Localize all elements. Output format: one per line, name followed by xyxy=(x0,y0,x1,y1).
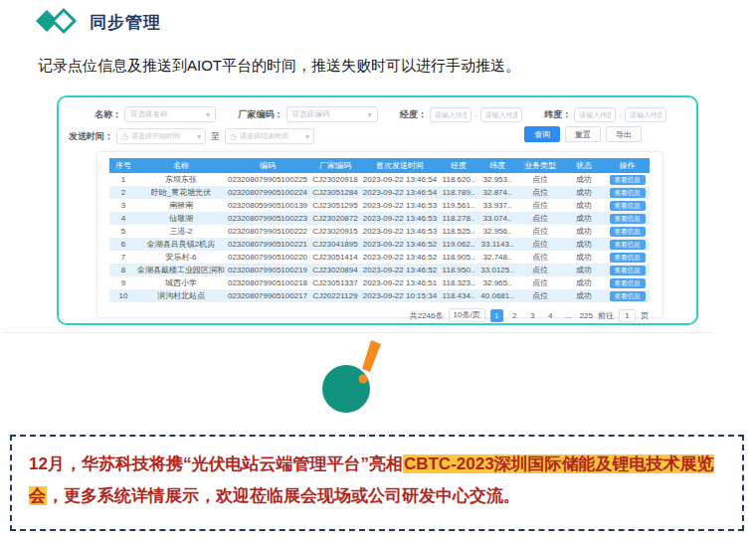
cell: 33.0125.. xyxy=(477,264,517,276)
reset-button[interactable]: 重置 xyxy=(565,126,601,142)
cell: 023208079905100218 xyxy=(225,276,310,289)
cell: 40.0681.. xyxy=(477,289,517,302)
cell: 023208079905100217 xyxy=(225,289,310,302)
column-header: 序号 xyxy=(109,158,137,173)
goto-page-input[interactable] xyxy=(619,309,636,322)
view-info-button[interactable]: 查看信息 xyxy=(610,227,646,237)
cell: 023208079905100223 xyxy=(225,212,310,225)
cell: 成功 xyxy=(563,199,605,212)
start-time-picker[interactable]: ◷ 请选择开始时间 ▾ xyxy=(116,128,206,144)
longitude-from-input[interactable] xyxy=(430,107,472,122)
chevron-down-icon: ▾ xyxy=(368,110,372,119)
cell: 2023-09-22 13:46:52 xyxy=(360,238,440,251)
cell: 118.950.. xyxy=(440,264,477,276)
view-info-button[interactable]: 查看信息 xyxy=(610,188,646,198)
cell: 32.956.. xyxy=(477,225,517,238)
filter-buttons: 查询 重置 导出 xyxy=(524,126,642,142)
chevron-down-icon: ▾ xyxy=(197,132,201,141)
end-time-picker[interactable]: ◷ 请选择结束时间 ▾ xyxy=(225,128,314,144)
view-info-button[interactable]: 查看信息 xyxy=(610,240,646,250)
column-header: 名称 xyxy=(137,158,225,173)
table-row: 2 盱眙_黄花塘光伏 023208079905100224 CJ23051284… xyxy=(109,186,650,199)
cell: 7 xyxy=(109,251,137,264)
cell: 32.874.. xyxy=(477,186,517,199)
cell: 南禄南 xyxy=(137,199,225,212)
latitude-from-input[interactable] xyxy=(574,107,616,122)
cell: 119.062.. xyxy=(440,238,477,251)
cell: 金湖县吕良镇2机房 xyxy=(137,238,225,251)
cell: 盱眙_黄花塘光伏 xyxy=(137,186,225,199)
cell: 118.789.. xyxy=(440,186,477,199)
cell: 成功 xyxy=(563,276,605,289)
latitude-to-input[interactable] xyxy=(625,107,666,122)
page-number-4[interactable]: 4 xyxy=(544,309,557,322)
table-row: 6 金湖县吕良镇2机房 023208079905100221 CJ2304189… xyxy=(109,238,650,251)
page: 同步管理 记录点位信息及推送到AIOT平台的时间，推送失败时可以进行手动推送。 … xyxy=(0,0,756,541)
page-title: 同步管理 xyxy=(90,11,161,34)
search-button[interactable]: 查询 xyxy=(524,126,560,142)
cell: 9 xyxy=(109,276,137,289)
chevron-down-icon: ▾ xyxy=(305,132,309,141)
cell: 成功 xyxy=(563,173,605,186)
view-info-button[interactable]: 查看信息 xyxy=(610,278,646,288)
announcement-box: 12月，华苏科技将携“光伏电站云端管理平台”亮相CBTC-2023深圳国际储能及… xyxy=(10,435,744,531)
cell: 119.561.. xyxy=(440,199,477,212)
cell: 东坝东张 xyxy=(137,173,225,186)
page-size-select[interactable]: 10条/页 xyxy=(449,308,485,322)
cell: 32.748.. xyxy=(477,251,517,264)
cell: 32.953.. xyxy=(477,173,517,186)
view-info-button[interactable]: 查看信息 xyxy=(610,266,646,275)
table-row: 3 南禄南 023208059905100139 CJ23051295 2023… xyxy=(109,199,650,212)
cell: 10 xyxy=(109,289,137,302)
column-header: 首次发送时间 xyxy=(360,158,440,173)
latitude-label: 纬度： xyxy=(544,108,571,121)
cell: 33.074.. xyxy=(477,212,517,225)
cell-action: 查看信息 xyxy=(605,212,650,225)
cell: 118.323.. xyxy=(440,276,477,289)
range-dash: - xyxy=(474,110,477,119)
column-header: 操作 xyxy=(605,158,650,173)
cell: 点位 xyxy=(517,186,563,199)
view-info-button[interactable]: 查看信息 xyxy=(610,201,646,211)
view-info-button[interactable]: 查看信息 xyxy=(610,291,646,301)
table-row: 5 三港-2 023208079905100222 CJ23020915 202… xyxy=(109,225,650,238)
table-row: 7 安乐村-6 023208079905100220 CJ23051414 20… xyxy=(109,251,650,264)
filter-latitude: 纬度： - xyxy=(544,107,666,122)
cell: 点位 xyxy=(517,212,563,225)
cell: 城西小学 xyxy=(137,276,225,289)
cell: CJ20221129 xyxy=(310,289,360,302)
cell: 点位 xyxy=(517,251,563,264)
cell: 2023-09-22 10:15:34 xyxy=(360,289,440,302)
cell: 023208079905100221 xyxy=(225,238,310,251)
cell: 118.525.. xyxy=(440,225,477,238)
cell: 4 xyxy=(109,212,137,225)
vendor-select[interactable]: 请选择编码 ▾ xyxy=(286,106,378,122)
page-number-2[interactable]: 2 xyxy=(508,309,521,322)
cell-action: 查看信息 xyxy=(605,238,650,251)
view-info-button[interactable]: 查看信息 xyxy=(610,253,646,263)
page-number-3[interactable]: 3 xyxy=(526,309,539,322)
cell: 33.1143.. xyxy=(477,238,517,251)
export-button[interactable]: 导出 xyxy=(606,126,642,142)
filter-name: 名称： 请选择名称 ▾ xyxy=(94,106,216,122)
name-select[interactable]: 请选择名称 ▾ xyxy=(124,106,216,122)
cell: 三港-2 xyxy=(137,225,225,238)
page-number-1[interactable]: 1 xyxy=(490,309,503,322)
cell: 023208059905100139 xyxy=(225,199,310,212)
view-info-button[interactable]: 查看信息 xyxy=(610,214,646,224)
cell: CJ23051414 xyxy=(310,251,360,264)
cell: 2023-09-22 13:46:53 xyxy=(360,199,440,212)
page-number-last[interactable]: 225 xyxy=(580,309,593,322)
cell: CJ23051337 xyxy=(310,276,360,289)
cell-action: 查看信息 xyxy=(605,173,650,186)
column-header: 经度 xyxy=(440,158,477,173)
cell: 成功 xyxy=(563,264,605,276)
section-divider xyxy=(4,332,712,333)
clock-icon: ◷ xyxy=(230,132,237,141)
view-info-button[interactable]: 查看信息 xyxy=(610,175,646,185)
longitude-to-input[interactable] xyxy=(480,107,522,122)
cell: 涧沟村北站点 xyxy=(137,289,225,302)
cell: 成功 xyxy=(563,251,605,264)
table-row: 8 金湖县戴楼工业园区润和.. 023208079905100219 CJ230… xyxy=(109,264,650,276)
cell: 023208079905100222 xyxy=(225,225,310,238)
